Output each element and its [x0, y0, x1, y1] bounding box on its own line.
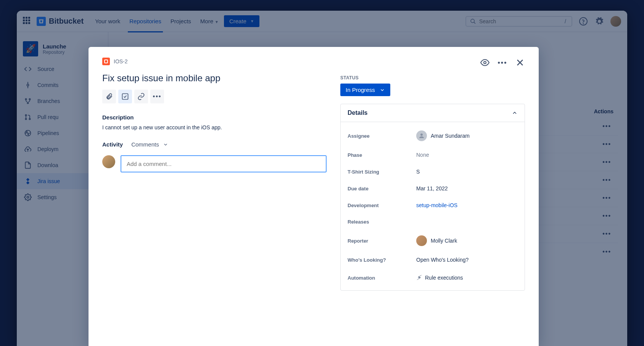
tshirt-value[interactable]: S — [416, 169, 420, 175]
assignee-value[interactable]: Amar Sundaram — [416, 130, 470, 141]
svg-point-17 — [484, 61, 486, 64]
tshirt-label: T-Shirt Sizing — [348, 169, 416, 175]
current-user-avatar — [102, 155, 115, 168]
avatar-icon — [416, 235, 427, 246]
svg-point-20 — [420, 134, 423, 136]
phase-value[interactable]: None — [416, 152, 429, 158]
duedate-label: Due date — [348, 186, 416, 192]
details-panel: Details AssigneeAmar Sundaram PhaseNone … — [340, 104, 525, 291]
avatar-icon — [416, 130, 427, 141]
svg-rect-16 — [122, 94, 128, 100]
duedate-value[interactable]: Mar 11, 2022 — [416, 185, 448, 192]
chevron-down-icon — [163, 142, 168, 147]
issue-title[interactable]: Fix setup issue in mobile app — [102, 73, 327, 84]
attach-button[interactable] — [102, 90, 116, 103]
releases-label: Releases — [348, 219, 416, 225]
description-text[interactable]: I cannot set up a new user account in th… — [102, 124, 327, 130]
whos-looking-value[interactable]: Open Who's Looking? — [416, 257, 469, 263]
phase-label: Phase — [348, 152, 416, 158]
more-actions-button[interactable]: ••• — [150, 90, 164, 103]
development-label: Development — [348, 203, 416, 208]
automation-label: Automation — [348, 275, 416, 281]
chevron-up-icon — [512, 110, 518, 116]
chevron-down-icon — [380, 87, 385, 93]
project-badge-icon — [102, 58, 110, 65]
activity-label: Activity — [102, 141, 123, 148]
details-toggle[interactable]: Details — [341, 104, 525, 122]
status-dropdown[interactable]: In Progress — [340, 84, 390, 96]
description-label: Description — [102, 114, 327, 121]
checklist-button[interactable] — [118, 90, 132, 103]
breadcrumb[interactable]: IOS-2 — [102, 58, 327, 65]
whos-looking-label: Who's Looking? — [348, 257, 416, 263]
development-value[interactable]: setup-mobile-iOS — [416, 202, 457, 208]
issue-key[interactable]: IOS-2 — [114, 58, 128, 64]
close-icon[interactable] — [515, 58, 525, 68]
more-icon[interactable]: ••• — [497, 58, 507, 68]
automation-value[interactable]: ⚡︎Rule executions — [416, 274, 463, 282]
reporter-value[interactable]: Molly Clark — [416, 235, 457, 246]
link-button[interactable] — [134, 90, 148, 103]
comment-input[interactable] — [121, 155, 327, 172]
status-label: STATUS — [340, 75, 525, 80]
watch-icon[interactable] — [480, 58, 490, 68]
assignee-label: Assignee — [348, 133, 416, 139]
reporter-label: Reporter — [348, 238, 416, 244]
activity-filter[interactable]: Comments — [131, 141, 168, 148]
issue-modal: IOS-2 Fix setup issue in mobile app ••• … — [89, 47, 539, 346]
bolt-icon: ⚡︎ — [416, 274, 421, 282]
